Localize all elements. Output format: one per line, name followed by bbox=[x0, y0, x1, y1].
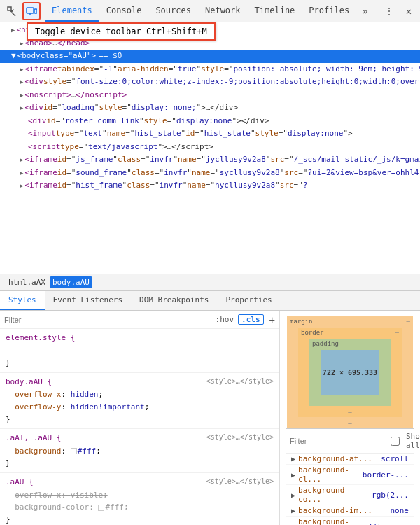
computed-expand-icon[interactable]: ▶ bbox=[291, 471, 295, 479]
dom-line-div-roster[interactable]: <div id="roster_comm_link" style="displa… bbox=[0, 115, 420, 128]
expand-arrow[interactable]: ▶ bbox=[20, 65, 23, 75]
tab-network[interactable]: Network bbox=[198, 0, 248, 22]
color-swatch bbox=[71, 448, 77, 454]
styles-filter-bar: :hov .cls + bbox=[0, 311, 279, 329]
tab-profiles[interactable]: Profiles bbox=[302, 0, 356, 22]
margin-label: margin bbox=[290, 318, 313, 325]
tab-timeline[interactable]: Timeline bbox=[248, 0, 302, 22]
toolbar-tabs: Elements Console Sources Network Timelin… bbox=[45, 0, 378, 22]
close-devtools-icon[interactable]: ✕ bbox=[400, 3, 417, 20]
computed-expand-icon[interactable]: ▶ bbox=[291, 523, 295, 526]
padding-dash: – bbox=[384, 340, 388, 347]
computed-expand-icon[interactable]: ▶ bbox=[291, 491, 295, 499]
dom-line-iframe1[interactable]: ▶ <iframe tabindex="-1" aria-hidden="tru… bbox=[0, 63, 420, 76]
computed-panel: ▶ background-at... scroll ▶ background-c… bbox=[286, 454, 414, 525]
computed-filter-input[interactable] bbox=[290, 437, 386, 445]
cls-button[interactable]: .cls bbox=[238, 314, 264, 325]
computed-filter-bar: Show all bbox=[286, 428, 414, 454]
color-swatch-2 bbox=[98, 505, 104, 511]
dom-line-body[interactable]: ▼ <body class="aAU"> == $0 bbox=[0, 50, 420, 63]
toolbar-close-area: ⋮ ✕ bbox=[381, 3, 417, 20]
show-all-label: Show all bbox=[406, 432, 420, 450]
css-rule-aat-aau: .aAT, .aAU { <style>…</style> background… bbox=[0, 429, 279, 473]
computed-expand-icon[interactable]: ▶ bbox=[291, 455, 295, 463]
expand-arrow[interactable]: ▶ bbox=[20, 169, 23, 178]
tab-elements[interactable]: Elements bbox=[45, 0, 99, 22]
dom-line-noscript[interactable]: ▶ <noscript>…</noscript> bbox=[0, 89, 420, 102]
inspect-element-icon[interactable] bbox=[3, 2, 21, 20]
tab-dom-breakpoints[interactable]: DOM Breakpoints bbox=[131, 291, 217, 310]
devtools-toolbar: Toggle device toolbar Ctrl+Shift+M Eleme… bbox=[0, 0, 420, 22]
dom-line-iframe-js[interactable]: ▶ <iframe id="js_frame" class="invfr" na… bbox=[0, 153, 420, 167]
content-dimensions: 722 × 695.333 bbox=[323, 369, 377, 377]
dom-line-div-loading[interactable]: ▶ <div id="loading" style="display: none… bbox=[0, 102, 420, 115]
border-label: border bbox=[301, 329, 324, 336]
computed-item-background-co: ▶ background-co... rgb(2... bbox=[286, 485, 414, 505]
more-tabs-icon[interactable]: » bbox=[356, 6, 373, 17]
breadcrumb-html[interactable]: html.aAX bbox=[6, 276, 48, 288]
breadcrumb-body[interactable]: body.aAU bbox=[50, 276, 92, 288]
pseudo-class-toggle[interactable]: :hov bbox=[216, 315, 234, 324]
computed-item-background-cl: ▶ background-cl... border-... bbox=[286, 465, 414, 485]
box-model-panel: margin – border – padding – 722 × 695.33… bbox=[280, 311, 420, 525]
triangle-icon: ▼ bbox=[11, 50, 16, 62]
expand-arrow[interactable]: ▶ bbox=[20, 39, 23, 49]
add-style-rule-icon[interactable]: + bbox=[270, 314, 275, 326]
show-all-checkbox[interactable] bbox=[391, 437, 400, 446]
tab-sources[interactable]: Sources bbox=[148, 0, 198, 22]
dom-line-iframe-hist[interactable]: ▶ <iframe id="hist_frame" class="invfr" … bbox=[0, 179, 420, 192]
expand-arrow[interactable]: ▶ bbox=[20, 104, 23, 113]
tab-console[interactable]: Console bbox=[99, 0, 149, 22]
computed-expand-icon[interactable]: ▶ bbox=[291, 507, 295, 514]
computed-item-background-im: ▶ background-im... none bbox=[286, 505, 414, 517]
computed-item-background-at: ▶ background-at... scroll bbox=[286, 454, 414, 465]
breadcrumb: html.aAX body.aAU bbox=[0, 274, 420, 291]
devtools-menu-icon[interactable]: ⋮ bbox=[381, 3, 398, 20]
margin-dash: – bbox=[407, 318, 410, 325]
tooltip: Toggle device toolbar Ctrl+Shift+M bbox=[27, 22, 216, 41]
expand-arrow[interactable]: ▶ bbox=[20, 155, 23, 165]
dom-line-script[interactable]: <script type="text/javascript">…</script… bbox=[0, 141, 420, 154]
styles-panel: :hov .cls + element.style { } body.aAU {… bbox=[0, 311, 420, 525]
svg-rect-1 bbox=[27, 8, 34, 13]
styles-left: :hov .cls + element.style { } body.aAU {… bbox=[0, 311, 280, 525]
expand-arrow[interactable]: ▶ bbox=[20, 78, 23, 88]
expand-arrow[interactable]: ▶ bbox=[20, 91, 23, 101]
collapse-arrow[interactable]: ▶ bbox=[11, 26, 15, 36]
svg-rect-2 bbox=[34, 9, 37, 13]
expand-arrow[interactable]: ▶ bbox=[20, 181, 23, 191]
svg-rect-0 bbox=[8, 7, 11, 10]
padding-label: padding bbox=[312, 340, 339, 347]
toolbar-icons bbox=[3, 2, 41, 20]
css-rule-aau-struck: .aAU { <style>…</style> overflow-x: visi… bbox=[0, 473, 279, 525]
border-dash: – bbox=[396, 329, 399, 336]
styles-tabs: Styles Event Listeners DOM Breakpoints P… bbox=[0, 291, 420, 311]
css-rule-element-style: element.style { } bbox=[0, 329, 279, 373]
dom-panel: ▶ <html lang="en" class="aAX" ▶ <head>…<… bbox=[0, 22, 420, 274]
content-layer: 722 × 695.333 bbox=[321, 350, 379, 395]
tab-properties[interactable]: Properties bbox=[217, 291, 280, 310]
tab-styles[interactable]: Styles bbox=[0, 291, 45, 310]
dom-line-input[interactable]: <input type="text" name="hist_state" id=… bbox=[0, 127, 420, 141]
tab-event-listeners[interactable]: Event Listeners bbox=[45, 291, 131, 310]
dom-line-iframe-sound[interactable]: ▶ <iframe id="sound_frame" class="invfr"… bbox=[0, 167, 420, 180]
toggle-device-toolbar-icon[interactable] bbox=[22, 2, 41, 20]
dom-line-div1[interactable]: ▶ <div style="font-size:0;color:white;z-… bbox=[0, 76, 420, 89]
styles-filter-input[interactable] bbox=[4, 316, 211, 324]
css-rule-body-aau: body.aAU { <style>…</style> overflow-x: … bbox=[0, 373, 279, 429]
computed-item-background-or: ▶ background-or... padding-... bbox=[286, 517, 414, 525]
box-model-diagram: margin – border – padding – 722 × 695.33… bbox=[287, 316, 413, 428]
